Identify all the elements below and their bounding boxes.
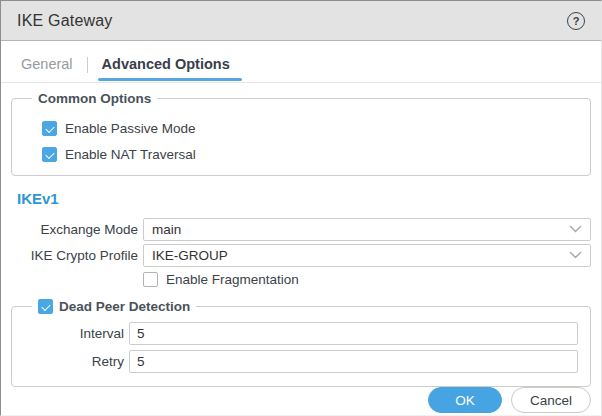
tab-bar: General Advanced Options [1,50,601,83]
dead-peer-detection-legend: Dead Peer Detection [59,299,190,314]
chevron-down-icon [569,251,582,260]
ike-crypto-profile-select[interactable]: IKE-GROUP [143,244,591,267]
passive-mode-label: Enable Passive Mode [65,121,196,136]
ikev1-heading: IKEv1 [17,190,591,207]
common-options-legend: Common Options [38,91,151,106]
exchange-mode-label: Exchange Mode [11,218,138,241]
dead-peer-detection-checkbox[interactable] [38,299,53,314]
fragmentation-row: Enable Fragmentation [143,272,591,287]
dialog-title: IKE Gateway [17,12,113,30]
dialog-body: Common Options Enable Passive Mode Enabl… [1,83,601,387]
tab-advanced-options[interactable]: Advanced Options [102,50,230,80]
ok-button[interactable]: OK [428,387,502,413]
tab-general[interactable]: General [21,50,73,80]
tab-separator [87,57,88,73]
dead-peer-detection-group: Dead Peer Detection Interval Retry [11,299,591,387]
help-icon[interactable]: ? [567,12,585,30]
common-options-group: Common Options Enable Passive Mode Enabl… [11,91,591,176]
ikev1-form: Exchange Mode main IKE Crypto Profile IK… [11,218,591,267]
ike-crypto-profile-label: IKE Crypto Profile [11,244,138,267]
dialog-titlebar: IKE Gateway ? [1,1,601,41]
interval-label: Interval [24,322,124,345]
exchange-mode-select[interactable]: main [143,218,591,241]
dialog-footer: OK Cancel [1,387,601,416]
chevron-down-icon [569,225,582,234]
fragmentation-label: Enable Fragmentation [166,272,299,287]
fragmentation-checkbox[interactable] [143,272,158,287]
ike-crypto-profile-value: IKE-GROUP [152,248,228,263]
nat-traversal-checkbox[interactable] [42,147,57,162]
passive-mode-row: Enable Passive Mode [42,121,578,136]
nat-traversal-label: Enable NAT Traversal [65,147,196,162]
retry-label: Retry [24,350,124,373]
cancel-button[interactable]: Cancel [511,387,591,413]
exchange-mode-value: main [152,222,181,237]
retry-input[interactable] [129,350,578,373]
ike-gateway-dialog: IKE Gateway ? General Advanced Options C… [0,0,602,416]
nat-traversal-row: Enable NAT Traversal [42,147,578,162]
passive-mode-checkbox[interactable] [42,121,57,136]
interval-input[interactable] [129,322,578,345]
